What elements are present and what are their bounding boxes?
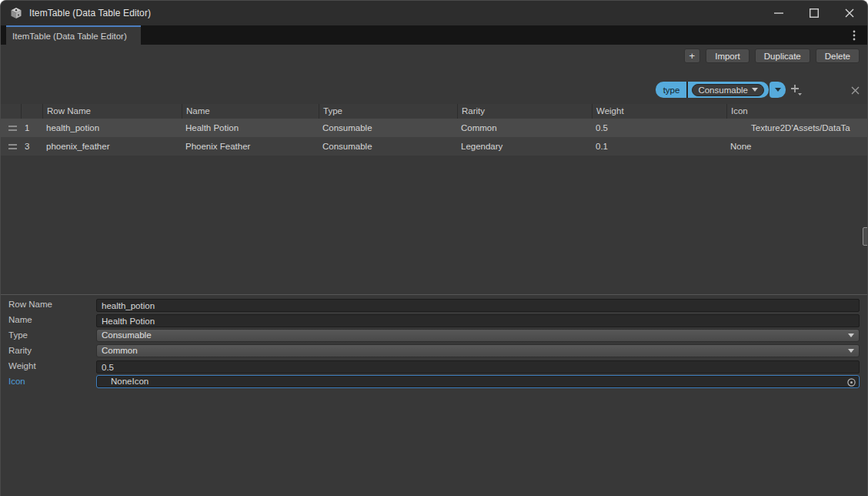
object-picker-icon[interactable] — [846, 377, 856, 387]
filter-value-wrap: Consumable — [688, 82, 769, 98]
header-icon[interactable]: Icon — [726, 104, 867, 119]
drag-handle-icon[interactable] — [1, 126, 21, 131]
cell-weight: 0.5 — [592, 123, 726, 132]
cell-type: Consumable — [319, 123, 457, 132]
header-index-column[interactable] — [21, 104, 42, 119]
detail-row-icon: Icon NoneIcon — [1, 374, 867, 389]
header-name[interactable]: Name — [182, 104, 319, 119]
cell-row-name: health_potion — [42, 123, 182, 132]
filter-value-label: Consumable — [698, 85, 748, 95]
window-controls — [761, 1, 867, 25]
field-label: Type — [1, 330, 96, 340]
title-bar: ItemTable (Data Table Editor) — [1, 1, 867, 25]
table-row[interactable]: 3 phoenix_feather Phoenix Feather Consum… — [1, 137, 867, 156]
type-dropdown-value: Consumable — [102, 330, 152, 340]
scriptable-object-cube-icon — [9, 6, 23, 20]
chevron-down-icon — [848, 349, 854, 353]
detail-row-row-name: Row Name — [1, 297, 867, 312]
rarity-dropdown-value: Common — [102, 346, 138, 355]
drag-handle-icon[interactable] — [1, 144, 21, 149]
delete-button[interactable]: Delete — [816, 49, 860, 63]
header-weight[interactable]: Weight — [592, 104, 726, 119]
search-filter-row: type Consumable — [1, 82, 867, 99]
name-field[interactable] — [96, 314, 860, 327]
filter-value-dropdown[interactable]: Consumable — [692, 84, 764, 96]
field-label: Row Name — [1, 300, 96, 309]
cell-row-name: phoenix_feather — [42, 142, 182, 151]
row-name-field[interactable] — [96, 299, 860, 312]
duplicate-button[interactable]: Duplicate — [755, 49, 810, 63]
clear-search-icon[interactable] — [850, 85, 860, 95]
cell-name: Health Potion — [182, 123, 319, 132]
chevron-down-icon — [775, 88, 781, 92]
detail-row-type: Type Consumable — [1, 327, 867, 343]
type-dropdown[interactable]: Consumable — [96, 329, 860, 342]
icon-object-field[interactable]: NoneIcon — [96, 375, 860, 388]
header-rarity[interactable]: Rarity — [457, 104, 592, 119]
cell-name: Phoenix Feather — [182, 142, 319, 151]
table-header: Row Name Name Type Rarity Weight Icon — [1, 104, 867, 119]
row-index: 1 — [21, 123, 42, 132]
field-label: Name — [1, 315, 96, 324]
tab-bar: ItemTable (Data Table Editor) — [1, 25, 867, 45]
icon-object-value: NoneIcon — [111, 377, 149, 386]
field-label: Weight — [1, 361, 96, 370]
detail-row-weight: Weight — [1, 358, 867, 374]
header-handle-column — [1, 104, 21, 119]
table-row[interactable]: 1 health_potion Health Potion Consumable… — [1, 119, 867, 137]
weight-field[interactable] — [96, 360, 860, 374]
cell-icon: None — [726, 142, 867, 151]
rarity-dropdown[interactable]: Common — [96, 344, 860, 357]
cell-weight: 0.1 — [592, 142, 726, 151]
field-label: Icon — [1, 377, 96, 386]
scrollbar-thumb[interactable] — [863, 227, 868, 246]
filter-key-label: type — [656, 82, 687, 98]
minimize-icon[interactable] — [761, 1, 796, 25]
filter-chip-type[interactable]: type Consumable — [656, 82, 769, 98]
detail-row-name: Name — [1, 312, 867, 327]
detail-row-rarity: Rarity Common — [1, 343, 867, 358]
cell-type: Consumable — [319, 142, 457, 151]
add-row-button[interactable]: + — [684, 49, 701, 63]
filter-options-dropdown[interactable] — [770, 82, 786, 98]
window-title: ItemTable (Data Table Editor) — [29, 8, 151, 18]
cell-icon: Texture2D'Assets/DataTa — [726, 123, 867, 132]
table-toolbar: + Import Duplicate Delete — [684, 49, 860, 63]
tab-itemtable[interactable]: ItemTable (Data Table Editor) — [6, 25, 141, 45]
maximize-icon[interactable] — [796, 1, 832, 25]
chevron-down-icon — [848, 333, 854, 337]
row-detail-panel: Row Name Name Type Consumable Rarity — [1, 297, 867, 389]
cell-rarity: Legendary — [457, 142, 592, 151]
header-type[interactable]: Type — [319, 104, 457, 119]
import-button[interactable]: Import — [706, 49, 749, 63]
cell-rarity: Common — [457, 123, 592, 132]
chevron-down-icon — [752, 88, 758, 92]
add-filter-icon[interactable] — [790, 83, 803, 96]
panel-divider — [1, 294, 867, 295]
close-icon[interactable] — [832, 1, 867, 25]
kebab-menu-icon[interactable] — [847, 28, 861, 42]
data-table-editor-window: ItemTable (Data Table Editor) ItemTable … — [0, 0, 868, 496]
row-index: 3 — [21, 142, 42, 151]
field-label: Rarity — [1, 346, 96, 355]
tab-label: ItemTable (Data Table Editor) — [12, 32, 127, 41]
header-row-name[interactable]: Row Name — [42, 104, 182, 119]
